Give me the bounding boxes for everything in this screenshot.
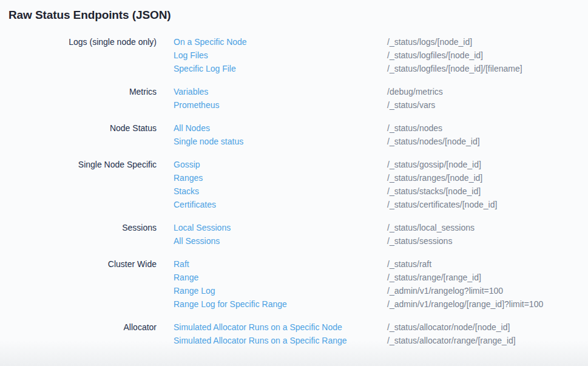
endpoint-row: Ranges /_status/ranges/[node_id] — [174, 171, 588, 185]
endpoint-row: Specific Log File /_status/logfiles/[nod… — [174, 62, 588, 75]
endpoint-row: Range /_status/range/[range_id] — [174, 271, 588, 284]
endpoint-row: Range Log for Specific Range /_admin/v1/… — [174, 297, 588, 311]
endpoint-link[interactable]: Simulated Allocator Runs on a Specific N… — [174, 320, 387, 334]
endpoint-rows: On a Specific Node /_status/logs/[node_i… — [174, 35, 588, 75]
endpoint-link[interactable]: Local Sessions — [174, 221, 387, 234]
category-label: Cluster Wide — [0, 257, 157, 271]
endpoint-path: /_status/nodes — [387, 121, 442, 135]
endpoint-row: Variables /debug/metrics — [174, 85, 588, 98]
endpoint-row: On a Specific Node /_status/logs/[node_i… — [174, 35, 588, 49]
endpoint-path: /_status/allocator/range/[range_id] — [387, 334, 516, 347]
endpoint-table: Logs (single node only) On a Specific No… — [0, 35, 588, 347]
category-label: Single Node Specific — [0, 158, 157, 171]
endpoint-path: /debug/metrics — [387, 85, 443, 98]
endpoint-row: Raft /_status/raft — [174, 257, 588, 271]
endpoint-path: /_status/certificates/[node_id] — [387, 198, 497, 211]
endpoint-section: Sessions Local Sessions /_status/local_s… — [0, 221, 588, 248]
endpoint-path: /_status/nodes/[node_id] — [387, 135, 480, 148]
endpoint-link[interactable]: Log Files — [174, 49, 387, 62]
endpoint-path: /_admin/v1/rangelog?limit=100 — [387, 284, 503, 297]
endpoint-path: /_status/logs/[node_id] — [387, 35, 472, 49]
endpoint-link[interactable]: Range Log — [174, 284, 387, 297]
endpoint-path: /_status/range/[range_id] — [387, 271, 481, 284]
endpoint-row: Stacks /_status/stacks/[node_id] — [174, 185, 588, 198]
endpoint-link[interactable]: On a Specific Node — [174, 35, 387, 49]
endpoint-path: /_admin/v1/rangelog/[range_id]?limit=100 — [387, 297, 543, 311]
endpoint-row: Local Sessions /_status/local_sessions — [174, 221, 588, 234]
endpoint-path: /_status/logfiles/[node_id]/[filename] — [387, 62, 522, 75]
category-label: Allocator — [0, 320, 157, 334]
endpoint-row: All Sessions /_status/sessions — [174, 234, 588, 248]
endpoint-row: Gossip /_status/gossip/[node_id] — [174, 158, 588, 171]
endpoint-link[interactable]: Specific Log File — [174, 62, 387, 75]
endpoint-link[interactable]: Stacks — [174, 185, 387, 198]
endpoint-path: /_status/sessions — [387, 234, 452, 248]
endpoint-section: Metrics Variables /debug/metrics Prometh… — [0, 85, 588, 112]
endpoint-link[interactable]: Prometheus — [174, 98, 387, 112]
endpoint-section: Cluster Wide Raft /_status/raft Range /_… — [0, 257, 588, 311]
endpoint-link[interactable]: Single node status — [174, 135, 387, 148]
endpoint-rows: Local Sessions /_status/local_sessions A… — [174, 221, 588, 248]
endpoint-path: /_status/allocator/node/[node_id] — [387, 320, 510, 334]
endpoint-link[interactable]: Gossip — [174, 158, 387, 171]
page-title: Raw Status Endpoints (JSON) — [8, 8, 588, 22]
endpoint-section: Single Node Specific Gossip /_status/gos… — [0, 158, 588, 211]
endpoint-rows: All Nodes /_status/nodes Single node sta… — [174, 121, 588, 148]
endpoint-row: Single node status /_status/nodes/[node_… — [174, 135, 588, 148]
endpoint-rows: Variables /debug/metrics Prometheus /_st… — [174, 85, 588, 112]
endpoint-link[interactable]: All Nodes — [174, 121, 387, 135]
raw-status-endpoints-page: Raw Status Endpoints (JSON) Logs (single… — [0, 0, 588, 366]
endpoint-row: Log Files /_status/logfiles/[node_id] — [174, 49, 588, 62]
endpoint-rows: Simulated Allocator Runs on a Specific N… — [174, 320, 588, 347]
endpoint-row: Simulated Allocator Runs on a Specific N… — [174, 320, 588, 334]
endpoint-link[interactable]: All Sessions — [174, 234, 387, 248]
endpoint-link[interactable]: Variables — [174, 85, 387, 98]
category-label: Sessions — [0, 221, 157, 234]
endpoint-section: Allocator Simulated Allocator Runs on a … — [0, 320, 588, 347]
endpoint-row: Range Log /_admin/v1/rangelog?limit=100 — [174, 284, 588, 297]
endpoint-rows: Gossip /_status/gossip/[node_id] Ranges … — [174, 158, 588, 211]
endpoint-link[interactable]: Ranges — [174, 171, 387, 185]
endpoint-rows: Raft /_status/raft Range /_status/range/… — [174, 257, 588, 311]
endpoint-path: /_status/stacks/[node_id] — [387, 185, 481, 198]
endpoint-path: /_status/vars — [387, 98, 435, 112]
category-label: Logs (single node only) — [0, 35, 157, 49]
endpoint-link[interactable]: Simulated Allocator Runs on a Specific R… — [174, 334, 387, 347]
endpoint-link[interactable]: Raft — [174, 257, 387, 271]
endpoint-row: All Nodes /_status/nodes — [174, 121, 588, 135]
endpoint-row: Certificates /_status/certificates/[node… — [174, 198, 588, 211]
endpoint-link[interactable]: Range — [174, 271, 387, 284]
endpoint-link[interactable]: Range Log for Specific Range — [174, 297, 387, 311]
endpoint-path: /_status/ranges/[node_id] — [387, 171, 482, 185]
endpoint-path: /_status/raft — [387, 257, 431, 271]
category-label: Node Status — [0, 121, 157, 135]
endpoint-row: Simulated Allocator Runs on a Specific R… — [174, 334, 588, 347]
endpoint-path: /_status/gossip/[node_id] — [387, 158, 481, 171]
endpoint-section: Node Status All Nodes /_status/nodes Sin… — [0, 121, 588, 148]
endpoint-link[interactable]: Certificates — [174, 198, 387, 211]
endpoint-path: /_status/local_sessions — [387, 221, 475, 234]
endpoint-section: Logs (single node only) On a Specific No… — [0, 35, 588, 75]
endpoint-path: /_status/logfiles/[node_id] — [387, 49, 483, 62]
endpoint-row: Prometheus /_status/vars — [174, 98, 588, 112]
category-label: Metrics — [0, 85, 157, 98]
